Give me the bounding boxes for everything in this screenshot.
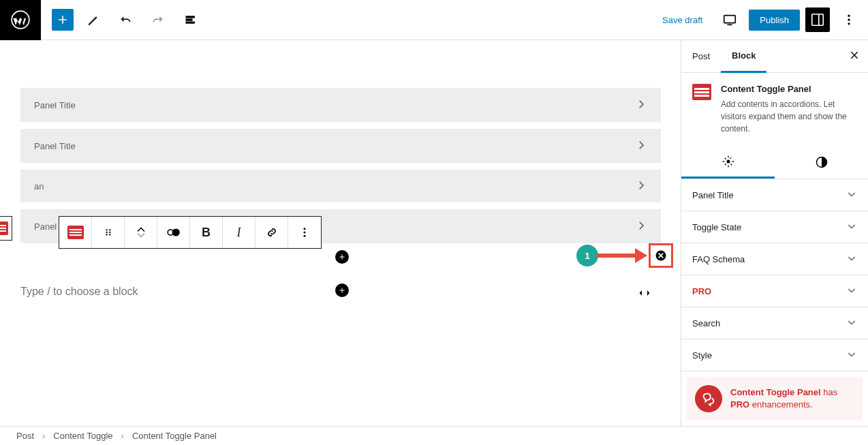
settings-tab-icon[interactable] — [681, 146, 775, 179]
drag-handle-icon[interactable] — [92, 217, 125, 248]
block-description: Add contents in accordions. Let visitors… — [721, 98, 857, 135]
svg-point-9 — [109, 229, 110, 230]
publish-button[interactable]: Publish — [749, 10, 800, 31]
promo-text: Content Toggle Panel has PRO enhancement… — [730, 386, 837, 411]
block-title: Content Toggle Panel — [721, 84, 857, 94]
panel-item[interactable]: Panel Title — [20, 129, 661, 163]
svg-point-15 — [304, 232, 306, 234]
bold-icon[interactable]: B — [190, 217, 223, 248]
breadcrumb-item[interactable]: Post — [16, 431, 34, 441]
annotation-number: 1 — [576, 245, 598, 266]
chevron-right-icon: › — [121, 431, 124, 441]
chevron-down-icon — [846, 317, 857, 330]
block-type-icon[interactable] — [59, 217, 92, 248]
setting-faq-schema[interactable]: FAQ Schema — [681, 243, 868, 275]
more-icon[interactable] — [288, 217, 321, 248]
svg-point-5 — [848, 22, 850, 25]
settings-toggle-icon[interactable] — [805, 7, 830, 32]
svg-rect-1 — [724, 16, 736, 23]
chevron-right-icon: › — [42, 431, 45, 441]
svg-point-11 — [109, 234, 110, 235]
tools-icon[interactable] — [79, 6, 106, 33]
preview-icon[interactable] — [716, 6, 743, 33]
chevron-right-icon — [635, 139, 647, 153]
tab-block[interactable]: Block — [721, 40, 766, 73]
block-toolbar: B I — [59, 216, 322, 249]
add-block-button[interactable] — [52, 9, 74, 31]
panel-item[interactable]: Panel Title — [20, 88, 661, 122]
add-after-icon[interactable] — [335, 283, 349, 297]
tab-post[interactable]: Post — [681, 40, 721, 73]
svg-point-7 — [106, 232, 107, 233]
svg-point-16 — [304, 235, 306, 237]
svg-point-6 — [106, 229, 107, 230]
setting-search[interactable]: Search — [681, 307, 868, 339]
breadcrumb-item[interactable]: Content Toggle — [53, 431, 112, 441]
setting-style[interactable]: Style — [681, 339, 868, 371]
block-prompt[interactable]: Type / to choose a block — [20, 286, 681, 298]
svg-point-10 — [109, 232, 110, 233]
link-icon[interactable] — [255, 217, 288, 248]
promo-banner[interactable]: Content Toggle Panel has PRO enhancement… — [687, 377, 863, 420]
parent-block-icon[interactable] — [0, 216, 12, 241]
arrow-icon — [597, 251, 645, 260]
panel-item[interactable]: an — [20, 170, 661, 202]
breadcrumb-item[interactable]: Content Toggle Panel — [132, 431, 217, 441]
save-draft-button[interactable]: Save draft — [654, 10, 711, 31]
close-icon[interactable] — [849, 50, 860, 63]
panel-title: Panel Title — [34, 100, 76, 110]
resize-handle-icon[interactable] — [639, 289, 650, 299]
promo-icon — [695, 385, 722, 412]
annotation: 1 — [576, 245, 645, 266]
setting-panel-title[interactable]: Panel Title — [681, 179, 868, 211]
svg-point-14 — [304, 228, 306, 230]
chevron-down-icon — [846, 221, 857, 234]
svg-point-8 — [106, 234, 107, 235]
undo-icon[interactable] — [112, 6, 139, 33]
svg-point-4 — [848, 18, 850, 20]
svg-point-18 — [726, 159, 730, 163]
block-icon — [692, 84, 711, 100]
chevron-right-icon — [635, 219, 647, 234]
setting-pro[interactable]: PRO — [681, 275, 868, 307]
svg-point-13 — [172, 228, 179, 236]
chevron-down-icon — [846, 285, 857, 298]
redo-icon — [144, 6, 172, 33]
italic-icon[interactable]: I — [223, 217, 255, 248]
move-updown-icon[interactable] — [125, 217, 157, 248]
svg-rect-2 — [812, 14, 824, 26]
outline-icon[interactable] — [177, 6, 204, 33]
chevron-down-icon — [846, 253, 857, 266]
breadcrumb: Post › Content Toggle › Content Toggle P… — [0, 426, 868, 445]
options-icon[interactable] — [835, 6, 863, 33]
align-icon[interactable] — [157, 217, 190, 248]
chevron-down-icon — [846, 189, 857, 202]
styles-tab-icon[interactable] — [775, 146, 868, 179]
panel-title: an — [34, 181, 44, 191]
chevron-down-icon — [846, 349, 857, 362]
remove-panel-icon[interactable] — [649, 243, 673, 268]
wp-logo[interactable] — [0, 0, 41, 40]
add-before-icon[interactable] — [335, 250, 349, 264]
chevron-right-icon — [635, 98, 647, 112]
panel-title: Panel Title — [34, 141, 76, 151]
setting-toggle-state[interactable]: Toggle State — [681, 211, 868, 243]
chevron-right-icon — [635, 179, 647, 194]
svg-point-3 — [848, 15, 850, 17]
